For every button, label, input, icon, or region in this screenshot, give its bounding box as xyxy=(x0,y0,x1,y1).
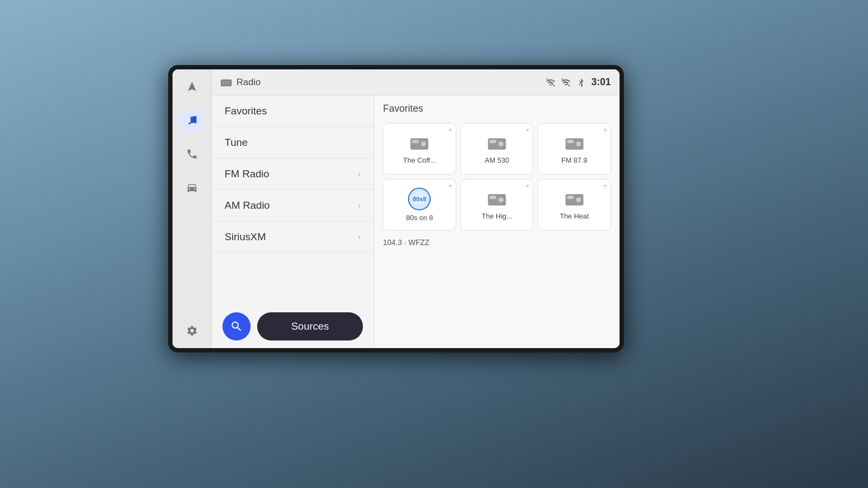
80s-icon: 80s8 xyxy=(408,188,431,210)
bluetooth-icon xyxy=(576,78,586,87)
screen: Radio 3:01 Favorites xyxy=(173,69,620,348)
menu-item-siriusxm[interactable]: SiriusXM › xyxy=(212,221,374,253)
add-icon-the-hig: + xyxy=(526,182,529,190)
radio-icon-the-heat xyxy=(565,189,584,209)
svg-rect-17 xyxy=(567,196,573,199)
menu-item-am-radio[interactable]: AM Radio › xyxy=(212,190,374,221)
svg-rect-0 xyxy=(221,79,232,86)
cellular-icon xyxy=(561,78,571,87)
radio-icon-the-hig xyxy=(487,189,507,209)
radio-header-icon xyxy=(220,76,232,88)
add-icon-80s-on-8: + xyxy=(449,182,452,190)
add-icon-the-heat: + xyxy=(603,182,607,190)
add-icon-am-530: + xyxy=(526,126,529,134)
menu-item-tune[interactable]: Tune xyxy=(212,127,374,158)
sidebar-car[interactable] xyxy=(180,176,204,200)
am-radio-chevron: › xyxy=(358,201,361,210)
svg-point-1 xyxy=(223,82,225,85)
content-area: Favorites Tune FM Radio › AM Radio › xyxy=(212,95,620,348)
wifi-icon xyxy=(546,78,556,87)
screen-bezel: Radio 3:01 Favorites xyxy=(168,65,624,352)
favorite-card-the-heat[interactable]: + The Heat xyxy=(538,179,611,230)
card-label-the-hig: The Hig... xyxy=(482,212,512,220)
svg-rect-11 xyxy=(567,140,573,143)
radio-icon-the-coff xyxy=(410,133,429,153)
menu-bottom: Sources xyxy=(212,305,374,348)
menu-item-favorites[interactable]: Favorites xyxy=(212,95,374,127)
card-label-am-530: AM 530 xyxy=(485,156,509,164)
header: Radio 3:01 xyxy=(212,69,620,95)
header-right: 3:01 xyxy=(546,76,611,88)
sources-button[interactable]: Sources xyxy=(257,312,363,341)
svg-point-9 xyxy=(499,142,503,146)
svg-point-18 xyxy=(576,197,581,202)
siriusxm-chevron: › xyxy=(358,232,361,242)
sidebar-phone[interactable] xyxy=(180,142,204,166)
sidebar-navigation[interactable] xyxy=(180,75,204,99)
card-label-fm-87-9: FM 87.9 xyxy=(561,156,588,164)
radio-icon-fm-87-9 xyxy=(565,133,584,153)
sidebar-settings[interactable] xyxy=(180,319,204,343)
card-label-80s-on-8: 80s on 8 xyxy=(406,214,433,222)
fm-radio-chevron: › xyxy=(358,169,361,179)
favorite-card-the-hig[interactable]: + The Hig... xyxy=(461,179,534,230)
favorite-card-80s-on-8[interactable]: + 80s8 80s on 8 xyxy=(383,179,456,230)
favorite-card-fm-87-9[interactable]: + FM 87.9 xyxy=(538,123,611,175)
clock: 3:01 xyxy=(591,76,611,88)
header-left: Radio xyxy=(220,76,260,88)
radio-icon-am-530 xyxy=(487,133,507,153)
page-title: Radio xyxy=(237,77,260,88)
right-panel: Favorites + The Coff... + xyxy=(374,95,620,348)
card-label-the-coff: The Coff... xyxy=(403,156,436,164)
now-playing: 104.3 · WFZZ xyxy=(383,238,611,247)
svg-rect-14 xyxy=(489,196,496,199)
svg-point-6 xyxy=(421,142,426,146)
favorites-grid: + The Coff... + AM 530 xyxy=(383,123,611,230)
left-menu: Favorites Tune FM Radio › AM Radio › xyxy=(212,95,374,348)
card-label-the-heat: The Heat xyxy=(560,212,589,220)
menu-item-fm-radio[interactable]: FM Radio › xyxy=(212,158,374,190)
favorites-title: Favorites xyxy=(383,103,611,114)
svg-point-15 xyxy=(499,197,503,202)
sidebar xyxy=(173,69,212,348)
favorite-card-am-530[interactable]: + AM 530 xyxy=(461,123,534,175)
sidebar-music[interactable] xyxy=(180,108,204,132)
svg-rect-8 xyxy=(489,140,496,143)
add-icon-fm-87-9: + xyxy=(603,126,607,134)
search-icon xyxy=(230,320,243,333)
main-panel: Radio 3:01 Favorites xyxy=(212,69,620,348)
svg-point-12 xyxy=(576,142,581,146)
dashboard-background: Radio 3:01 Favorites xyxy=(0,0,868,488)
search-button[interactable] xyxy=(222,312,251,341)
favorite-card-the-coff[interactable]: + The Coff... xyxy=(383,123,456,175)
add-icon-the-coff: + xyxy=(449,126,452,134)
